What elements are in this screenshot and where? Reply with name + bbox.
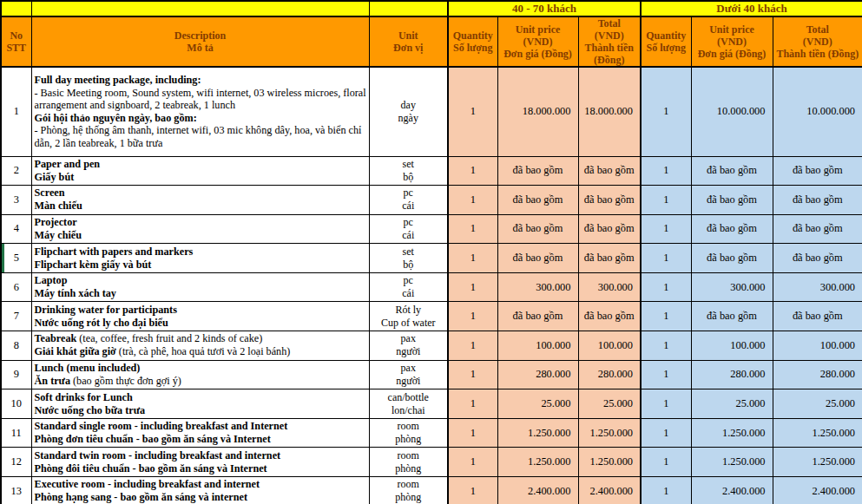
g2-quantity-cell[interactable]: 1 (641, 418, 691, 448)
g2-quantity-cell[interactable]: 1 (641, 272, 691, 302)
g2-total-cell[interactable]: 280.000 (773, 360, 862, 389)
col-header-unit[interactable]: Unit Đơn vị (369, 16, 448, 67)
unit-cell[interactable]: pccái (369, 272, 448, 302)
g1-total-cell[interactable]: 2.400.000 (578, 477, 641, 504)
g2-unit-price-cell[interactable]: 25.000 (691, 389, 773, 419)
unit-cell[interactable]: pccái (369, 214, 448, 244)
col-header-no[interactable]: No STT (1, 16, 31, 67)
g2-quantity-cell[interactable]: 1 (641, 186, 691, 215)
g2-unit-price-cell[interactable]: 100.000 (691, 331, 773, 361)
g2-total-cell[interactable]: 100.000 (773, 331, 862, 361)
g2-total-cell[interactable]: 2.400.000 (773, 477, 862, 504)
g1-unit-price-cell[interactable]: 100.000 (497, 331, 578, 361)
unit-cell[interactable]: roomphòng (369, 448, 448, 477)
g1-quantity-cell[interactable]: 1 (448, 389, 497, 419)
unit-cell[interactable]: roomphòng (369, 477, 448, 504)
unit-cell[interactable]: setbộ (369, 244, 448, 273)
g2-total-cell[interactable]: 1.250.000 (773, 448, 862, 477)
g1-total-cell[interactable]: 1.250.000 (578, 448, 641, 477)
g2-total-cell[interactable]: 300.000 (773, 272, 862, 302)
row-number-cell[interactable]: 12 (1, 448, 31, 477)
g2-unit-price-cell[interactable]: 10.000.000 (691, 67, 773, 156)
g2-unit-price-cell[interactable]: đã bao gồm (691, 186, 773, 215)
description-cell[interactable]: Flipchart with papers and markersFlipcha… (31, 244, 369, 273)
g2-unit-price-cell[interactable]: 1.250.000 (691, 448, 773, 477)
description-cell[interactable]: Teabreak (tea, coffee, fresh fruit and 2… (31, 331, 369, 361)
g2-total-cell[interactable]: đã bao gồm (773, 156, 862, 186)
description-cell[interactable]: Drinking water for participantsNước uống… (31, 302, 369, 331)
g2-total-cell[interactable]: đã bao gồm (773, 302, 862, 331)
row-number-cell[interactable]: 5 (1, 244, 31, 273)
row-number-cell[interactable]: 3 (1, 186, 31, 215)
g2-quantity-cell[interactable]: 1 (641, 156, 691, 186)
g1-unit-price-cell[interactable]: đã bao gồm (497, 244, 578, 273)
g2-quantity-cell[interactable]: 1 (641, 477, 691, 504)
band-cell-unit[interactable] (369, 1, 448, 16)
g1-quantity-cell[interactable]: 1 (448, 448, 497, 477)
row-number-cell[interactable]: 9 (1, 360, 31, 389)
unit-cell[interactable]: can/bottlelon/chai (369, 389, 448, 419)
description-cell[interactable]: Soft drinks for LunchNước uống cho bữa t… (31, 389, 369, 419)
g2-unit-price-cell[interactable]: đã bao gồm (691, 156, 773, 186)
description-cell[interactable]: Lunch (menu included)Ăn trưa (bao gồm th… (31, 360, 369, 389)
g2-total-cell[interactable]: 25.000 (773, 389, 862, 419)
row-number-cell[interactable]: 6 (1, 272, 31, 302)
description-cell[interactable]: Paper and penGiấy bút (31, 156, 369, 186)
g1-quantity-cell[interactable]: 1 (448, 272, 497, 302)
g1-total-cell[interactable]: đã bao gồm (578, 156, 641, 186)
g1-unit-price-cell[interactable]: đã bao gồm (497, 214, 578, 244)
unit-cell[interactable]: paxngười (369, 331, 448, 361)
description-cell[interactable]: Standard twin room - including breakfast… (31, 448, 369, 477)
unit-cell[interactable]: dayngày (369, 67, 448, 156)
g2-quantity-cell[interactable]: 1 (641, 302, 691, 331)
g1-total-cell[interactable]: 280.000 (578, 360, 641, 389)
g1-total-cell[interactable]: 25.000 (578, 389, 641, 419)
description-cell[interactable]: Executive room - including breakfast and… (31, 477, 369, 504)
col-header-unit-price-g2[interactable]: Unit price (VND) Đơn giá (Đồng) (691, 16, 773, 67)
g2-quantity-cell[interactable]: 1 (641, 67, 691, 156)
description-cell[interactable]: LaptopMáy tính xách tay (31, 272, 369, 302)
group-header-under-40-guests[interactable]: Dưới 40 khách (641, 1, 862, 16)
g1-unit-price-cell[interactable]: 300.000 (497, 272, 578, 302)
row-number-cell[interactable]: 10 (1, 389, 31, 419)
g2-total-cell[interactable]: 10.000.000 (773, 67, 862, 156)
row-number-cell[interactable]: 2 (1, 156, 31, 186)
g2-unit-price-cell[interactable]: 1.250.000 (691, 418, 773, 448)
description-cell[interactable]: Standard single room - including breakfa… (31, 418, 369, 448)
g2-total-cell[interactable]: đã bao gồm (773, 214, 862, 244)
g1-total-cell[interactable]: 300.000 (578, 272, 641, 302)
g2-unit-price-cell[interactable]: đã bao gồm (691, 244, 773, 273)
description-cell[interactable]: ScreenMàn chiếu (31, 186, 369, 215)
group-header-40-70-guests[interactable]: 40 - 70 khách (448, 1, 641, 16)
g1-total-cell[interactable]: 100.000 (578, 331, 641, 361)
g2-total-cell[interactable]: đã bao gồm (773, 186, 862, 215)
col-header-description[interactable]: Description Mô tả (31, 16, 369, 67)
g1-unit-price-cell[interactable]: đã bao gồm (497, 302, 578, 331)
row-number-cell[interactable]: 8 (1, 331, 31, 361)
description-cell[interactable]: Full day meeting package, including:- Ba… (31, 67, 369, 156)
g2-unit-price-cell[interactable]: 2.400.000 (691, 477, 773, 504)
g2-total-cell[interactable]: đã bao gồm (773, 244, 862, 273)
unit-cell[interactable]: paxngười (369, 360, 448, 389)
g2-quantity-cell[interactable]: 1 (641, 389, 691, 419)
band-cell-description[interactable] (31, 1, 369, 16)
g1-unit-price-cell[interactable]: 2.400.000 (497, 477, 578, 504)
g1-unit-price-cell[interactable]: 1.250.000 (497, 448, 578, 477)
g2-quantity-cell[interactable]: 1 (641, 214, 691, 244)
g2-quantity-cell[interactable]: 1 (641, 331, 691, 361)
g2-unit-price-cell[interactable]: đã bao gồm (691, 302, 773, 331)
g1-quantity-cell[interactable]: 1 (448, 331, 497, 361)
row-number-cell[interactable]: 13 (1, 477, 31, 504)
g1-unit-price-cell[interactable]: đã bao gồm (497, 156, 578, 186)
g1-total-cell[interactable]: đã bao gồm (578, 302, 641, 331)
g2-unit-price-cell[interactable]: 280.000 (691, 360, 773, 389)
g2-unit-price-cell[interactable]: đã bao gồm (691, 214, 773, 244)
description-cell[interactable]: ProjectorMáy chiếu (31, 214, 369, 244)
col-header-quantity-g2[interactable]: Quantity Số lượng (641, 16, 691, 67)
col-header-total-g2[interactable]: Total (VND) Thành tiền (Đồng) (773, 16, 862, 67)
col-header-unit-price-g1[interactable]: Unit price (VND) Đơn giá (Đồng) (497, 16, 578, 67)
g1-quantity-cell[interactable]: 1 (448, 214, 497, 244)
col-header-quantity-g1[interactable]: Quantity Số lượng (448, 16, 497, 67)
unit-cell[interactable]: pccái (369, 186, 448, 215)
g1-unit-price-cell[interactable]: đã bao gồm (497, 186, 578, 215)
